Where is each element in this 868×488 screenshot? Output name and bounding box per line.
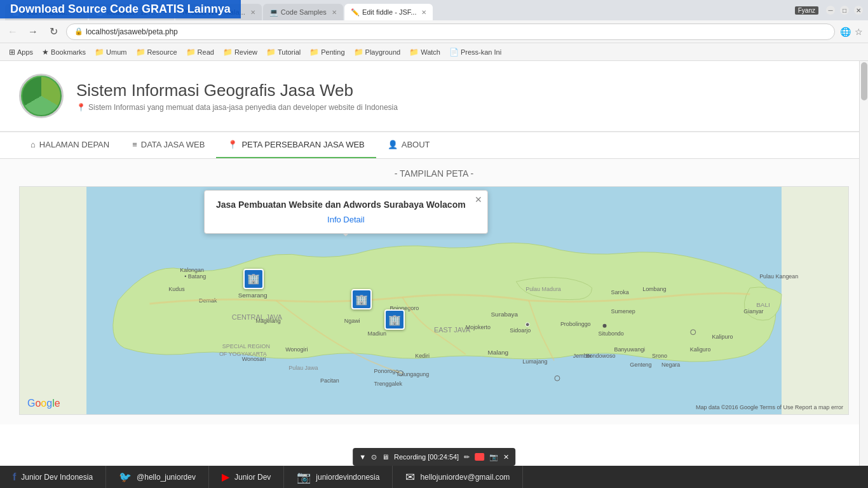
tab-1[interactable]: 📄 Peta Perseba... ✕ [5,4,88,20]
map-marker-3[interactable]: 🏢 [384,309,405,330]
bookmark-playground[interactable]: 📁 Playground [350,46,405,58]
footer-fb[interactable]: f Junior Dev Indonesia [0,466,106,488]
refresh-button[interactable]: ↻ [46,24,61,39]
popup-info-link[interactable]: Info Detail [216,215,476,224]
footer-camera[interactable]: 📷 juniordevindonesia [284,466,393,488]
close-button[interactable]: ✕ [854,6,863,15]
site-title: Sistem Informasi Geografis Jasa Web [76,81,398,100]
tab-3-label: Jasa Web Mala... [191,8,245,16]
email-icon: ✉ [405,470,415,484]
footer-email[interactable]: ✉ hellojuniordev@gmail.com [393,466,523,488]
bookmark-star-icon[interactable]: ☆ [855,27,863,37]
bookmark-bookmarks-label: Bookmarks [51,48,86,56]
svg-text:Banyuwangi: Banyuwangi [614,346,645,353]
svg-text:Madiun: Madiun [368,330,386,337]
nav-data[interactable]: ≡ DATA JASA WEB [121,132,216,158]
nav-about[interactable]: 👤 ABOUT [376,132,442,158]
bookmark-watch-label: Watch [421,48,440,56]
svg-text:SPECIAL REGION: SPECIAL REGION [222,343,270,349]
map-container[interactable]: CENTRAL JAVA EAST JAVA SPECIAL REGION OF… [19,186,849,415]
svg-text:Kudus: Kudus [168,286,185,292]
bookmark-playground-label: Playground [365,48,401,56]
svg-text:Pulau Madura: Pulau Madura [526,286,561,292]
maximize-button[interactable]: □ [840,6,849,15]
window-controls: ─ □ ✕ [826,6,863,15]
tab-1-close[interactable]: ✕ [76,9,81,16]
nav-peta[interactable]: 📍 PETA PERSEBARAN JASA WEB [216,132,376,158]
folder-icon: 📁 [136,48,146,57]
bookmark-resource-label: Resource [147,48,177,56]
bookmark-bookmarks[interactable]: ★ Bookmarks [38,46,90,58]
bookmark-apps[interactable]: ⊞ Apps [5,46,37,58]
folder-icon: 📁 [409,48,419,57]
address-input[interactable]: 🔒 localhost/jasaweb/peta.php [66,24,835,40]
bookmark-umum[interactable]: 📁 Umum [91,46,130,58]
tab-3-favicon: 🗺 [182,8,189,16]
map-copyright: Map data ©2016 Google Terms of Use Repor… [696,404,843,410]
svg-text:Magelang: Magelang [256,318,281,324]
footer-twitter[interactable]: 🐦 @hello_juniordev [106,466,209,488]
pencil-icon: ✏ [464,453,470,461]
forward-button[interactable]: → [25,24,41,39]
folder-icon: 📁 [266,48,276,57]
svg-text:Situbondo: Situbondo [599,330,624,337]
minimize-button[interactable]: ─ [826,6,835,15]
address-text: localhost/jasaweb/peta.php [86,27,178,36]
bookmark-watch[interactable]: 📁 Watch [405,46,444,58]
bookmark-penting[interactable]: 📁 Penting [306,46,348,58]
recording-bar: ▼ ⊙ 🖥 Recording [00:24:54] ✏ ■ 📷 ✕ [353,448,515,466]
bookmark-apps-label: Apps [17,48,33,56]
svg-text:Mojokerto: Mojokerto [466,324,491,330]
bookmarks-bar: ⊞ Apps ★ Bookmarks 📁 Umum 📁 Resource 📁 R… [0,43,868,61]
page-content: Sistem Informasi Geografis Jasa Web 📍 Si… [0,61,868,466]
svg-text:Genteng: Genteng [630,362,651,368]
tab-3-close[interactable]: ✕ [250,9,255,16]
tab-4[interactable]: 💻 Code Samples ✕ [263,4,343,20]
close-recording-icon[interactable]: ✕ [503,453,509,461]
scrollbar-thumb[interactable] [861,62,867,100]
map-section: - TAMPILAN PETA - CENTRAL JAVA EAST JAVA… [0,159,868,424]
svg-text:Semarang: Semarang [238,292,268,299]
bookmark-resource[interactable]: 📁 Resource [132,46,181,58]
tab-5-close[interactable]: ✕ [421,9,426,16]
tab-1-label: Peta Perseba... [23,8,71,16]
tab-2-label: localhost / 127... [107,8,158,16]
user-icon: 👤 [388,140,398,149]
popup-close-button[interactable]: ✕ [475,194,482,205]
tab-5-favicon: ✏️ [351,8,360,17]
svg-text:Saroka: Saroka [611,289,628,295]
bookmark-press-kan-ini[interactable]: 📄 Press-kan Ini [445,46,505,58]
map-marker-1[interactable]: 🏢 [243,269,264,289]
svg-text:• Batang: • Batang [184,273,206,280]
tab-5-label: Edit fiddle - JSF... [362,8,417,16]
site-nav: ⌂ HALAMAN DEPAN ≡ DATA JASA WEB 📍 PETA P… [0,132,868,159]
nav-home[interactable]: ⌂ HALAMAN DEPAN [19,132,121,158]
tab-4-label: Code Samples [281,8,327,16]
tab-3[interactable]: 🗺 Jasa Web Mala... ✕ [175,4,262,20]
tab-2-close[interactable]: ✕ [163,9,168,16]
translate-icon[interactable]: 🌐 [840,27,851,37]
svg-text:Jember: Jember [573,353,592,359]
fyanz-badge: Fyanz [795,6,818,15]
tab-2[interactable]: 📄 localhost / 127... ✕ [89,4,174,20]
tab-4-close[interactable]: ✕ [332,9,337,16]
svg-text:Trenggalek: Trenggalek [374,381,403,387]
tab-1-favicon: 📄 [11,8,20,17]
footer-camera-label: juniordevindonesia [316,473,379,482]
map-marker-2[interactable]: 🏢 [351,289,372,309]
recording-text: Recording [00:24:54] [394,453,459,461]
bookmark-tutorial[interactable]: 📁 Tutorial [262,46,304,58]
tab-5[interactable]: ✏️ Edit fiddle - JSF... ✕ [344,4,433,20]
building-icon-1: 🏢 [243,269,264,289]
bookmark-read[interactable]: 📁 Read [182,46,218,58]
building-icon-2: 🏢 [351,289,372,309]
back-button[interactable]: ← [5,24,20,39]
scrollbar[interactable] [859,61,868,466]
nav-peta-label: PETA PERSEBARAN JASA WEB [241,140,364,149]
footer-twitter-label: @hello_juniordev [137,473,196,482]
site-header: Sistem Informasi Geografis Jasa Web 📍 Si… [0,61,868,132]
bookmark-review[interactable]: 📁 Review [219,46,261,58]
page-icon: 📄 [449,48,459,57]
svg-text:Ngawi: Ngawi [344,318,360,324]
footer-youtube[interactable]: ▶ Junior Dev [209,466,284,488]
